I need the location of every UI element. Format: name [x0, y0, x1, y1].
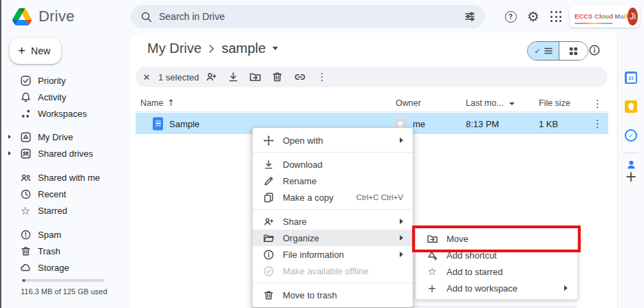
selected-count: 1 selected — [158, 72, 199, 82]
help-button[interactable]: ? — [500, 6, 521, 27]
gear-icon: ⚙ — [527, 10, 539, 23]
file-size: 1 KB — [539, 118, 558, 129]
storage-progress-bar — [22, 279, 105, 282]
folder-open-icon — [262, 232, 275, 244]
menu-item-label: Move to trash — [283, 290, 337, 300]
chevron-down-icon[interactable] — [272, 47, 278, 50]
search-icon — [140, 11, 152, 23]
breadcrumb-root[interactable]: My Drive — [147, 41, 202, 56]
submenu-item-add-shortcut[interactable]: Add shortcut — [416, 247, 577, 263]
search-bar[interactable] — [131, 5, 485, 28]
settings-button[interactable]: ⚙ — [523, 6, 544, 27]
eccs-logo: ECCS Cloud Mail — [575, 9, 627, 25]
folder-move-icon — [426, 232, 438, 245]
file-modified: 8:13 PM — [466, 118, 499, 129]
sidebar-item-starred[interactable]: ☆ Starred — [0, 202, 128, 219]
drive-shortcut-icon — [426, 249, 438, 261]
column-header-owner[interactable]: Owner — [396, 98, 421, 108]
sidebar-item-label: Storage — [38, 263, 69, 273]
search-input[interactable] — [159, 11, 458, 22]
sidebar-item-shared-drives[interactable]: Shared drives — [0, 145, 128, 162]
eccs-logo-subtext — [575, 23, 613, 25]
menu-item-rename[interactable]: Rename — [253, 173, 413, 189]
apps-grid-button[interactable] — [546, 6, 566, 27]
submenu-arrow-icon — [400, 252, 403, 257]
menu-item-file-information[interactable]: File information — [253, 246, 413, 263]
sidebar-item-workspaces[interactable]: Workspaces — [0, 105, 128, 122]
column-header-modified[interactable]: Last mo... — [466, 98, 504, 108]
sidebar-item-trash[interactable]: Trash — [0, 243, 128, 259]
menu-item-label: Add to workspace — [447, 283, 517, 294]
sidebar-nav: Priority Activity Workspaces My Drive Sh… — [0, 72, 128, 276]
move-button[interactable] — [247, 69, 264, 85]
tasks-button[interactable]: ✓ — [622, 126, 640, 144]
account-badge[interactable]: ECCS Cloud Mail Ji — [570, 6, 640, 28]
file-table-header: Name ↑ Owner Last mo... File size ⋮ — [136, 95, 608, 112]
menu-item-move-to-trash[interactable]: Move to trash — [253, 287, 413, 303]
menu-item-download[interactable]: Download — [253, 156, 413, 173]
sidebar-item-spam[interactable]: Spam — [0, 226, 128, 243]
breadcrumb-current[interactable]: sample — [222, 41, 266, 56]
clear-selection-button[interactable]: ✕ — [138, 69, 155, 85]
app-title: Drive — [39, 8, 74, 25]
submenu-item-add-to-workspace[interactable]: + Add to workspace — [416, 280, 577, 296]
column-header-name[interactable]: Name — [140, 98, 163, 108]
menu-item-organize[interactable]: Organize — [253, 230, 413, 246]
check-icon: ✓ — [534, 47, 540, 56]
menu-divider — [253, 283, 413, 283]
submenu-item-add-to-starred[interactable]: ☆ Add to starred — [416, 263, 577, 280]
expand-caret-icon[interactable] — [8, 151, 11, 155]
chevron-right-icon — [208, 44, 215, 54]
download-button[interactable] — [225, 69, 242, 85]
bell-icon — [19, 91, 32, 103]
trash-icon — [262, 289, 275, 301]
sidebar-item-shared-with-me[interactable]: Shared with me — [0, 169, 128, 186]
sidebar-item-activity[interactable]: Activity — [0, 89, 128, 105]
menu-item-label: Rename — [283, 176, 316, 186]
calendar-button[interactable]: 31 — [622, 69, 640, 87]
sidebar-item-label: Spam — [38, 230, 61, 240]
grid-view-button[interactable] — [559, 42, 588, 60]
menu-item-open-with[interactable]: Open with — [253, 132, 413, 148]
open-with-icon — [262, 134, 275, 146]
row-more-button[interactable]: ⋮ — [592, 118, 603, 130]
sidebar-item-storage[interactable]: Storage — [0, 259, 128, 276]
file-name: Sample — [169, 118, 200, 129]
file-owner: me — [413, 118, 425, 129]
star-icon: ☆ — [19, 204, 32, 217]
sidebar-item-label: Starred — [38, 206, 67, 216]
close-icon: ✕ — [143, 72, 151, 82]
sidebar-item-priority[interactable]: Priority — [0, 72, 128, 89]
keep-button[interactable] — [622, 98, 640, 116]
menu-item-share[interactable]: Share — [253, 213, 413, 230]
sort-ascending-icon[interactable]: ↑ — [167, 98, 175, 108]
get-addons-button[interactable]: + — [622, 168, 640, 186]
column-header-size[interactable]: File size — [539, 98, 570, 108]
plus-icon: + — [18, 43, 25, 58]
more-actions-button[interactable]: ⋮ — [314, 69, 330, 85]
submenu-item-move[interactable]: Move — [416, 230, 577, 247]
menu-item-label: Add to starred — [447, 267, 503, 277]
expand-caret-icon[interactable] — [8, 135, 11, 139]
new-button[interactable]: + New — [10, 38, 61, 64]
submenu-arrow-icon — [400, 235, 403, 241]
header-more-icon[interactable]: ⋮ — [592, 98, 603, 110]
download-icon — [227, 71, 239, 83]
details-button[interactable] — [588, 44, 601, 59]
list-view-button[interactable]: ✓ — [528, 42, 559, 60]
sidebar-item-my-drive[interactable]: My Drive — [0, 129, 128, 145]
priority-check-icon — [19, 74, 32, 87]
new-button-label: New — [31, 45, 50, 56]
account-avatar[interactable]: Ji — [627, 8, 638, 25]
trash-button[interactable] — [269, 69, 286, 85]
search-options-icon[interactable] — [464, 11, 475, 22]
share-button[interactable] — [203, 69, 219, 85]
sidebar-item-recent[interactable]: Recent — [0, 186, 128, 202]
sidebar-item-label: Activity — [38, 92, 66, 102]
eccs-logo-text: ECCS Cloud Mail — [575, 12, 627, 20]
sidebar-item-label: Shared drives — [38, 148, 93, 159]
menu-item-make-a-copy[interactable]: Make a copy Ctrl+C Ctrl+V — [253, 189, 413, 206]
submenu-arrow-icon — [400, 138, 403, 143]
get-link-button[interactable] — [292, 69, 308, 85]
spam-icon — [19, 228, 32, 241]
